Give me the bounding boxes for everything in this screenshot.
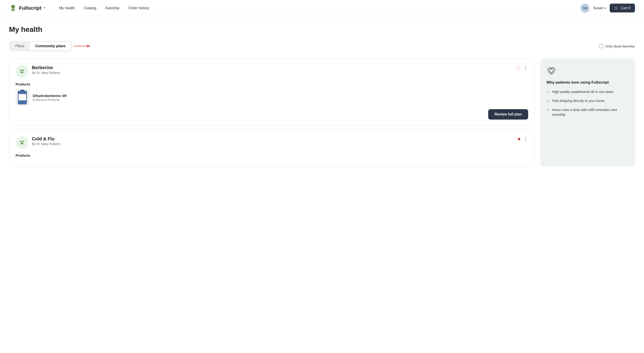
plan-info-cold-flu: Cold & Flu By Dr. Mary Roberts: [32, 136, 518, 146]
logo-tm: ™: [43, 7, 46, 10]
fullscript-logo-icon: [9, 4, 17, 12]
svg-marker-1: [87, 45, 90, 48]
product-row-dihydroberberine: Dihydroberberine SR Endurance Products: [16, 90, 528, 106]
nav-autoship[interactable]: Autoship: [106, 6, 120, 10]
nav-links: My health Catalog Autoship Order history: [59, 6, 580, 10]
benefit-text-3: Never miss a dose with refill reminders …: [552, 107, 629, 117]
benefit-item-3: ✓ Never miss a dose with refill reminder…: [546, 107, 629, 117]
tab-plans[interactable]: Plans: [10, 42, 30, 50]
benefit-text-2: Fast shipping directly to your home: [552, 98, 605, 103]
svg-point-3: [22, 69, 24, 71]
page-title: My health: [9, 25, 635, 34]
logo-text: Fullscript: [19, 5, 41, 11]
products-label-berberine: Products: [16, 82, 528, 86]
plans-list: Berberine By Dr. Mary Roberts ♡ ⋮ Produc…: [9, 59, 535, 167]
fullscript-love-icon: [546, 66, 629, 77]
plan-avatar-berberine: [16, 65, 28, 78]
nav-right: SB Susan ▾ 🛒 Cart 0: [580, 4, 635, 13]
community-plan-icon: [18, 68, 25, 75]
heart-filled-icon: ♥: [518, 136, 520, 142]
product-image-dihydroberberine: [16, 90, 29, 106]
plan-name-berberine: Berberine: [32, 65, 516, 70]
cart-button[interactable]: 🛒 Cart 0: [610, 4, 635, 13]
chevron-down-icon: ▾: [605, 7, 606, 10]
main-content: My health Plans Community plans Only sho…: [0, 16, 644, 176]
avatar: SB: [580, 4, 590, 13]
logo: Fullscript™: [9, 4, 46, 12]
benefits-list: ✓ High quality supplements all in one pl…: [546, 89, 629, 117]
navbar: Fullscript™ My health Catalog Autoship O…: [0, 0, 644, 16]
product-details-dihydroberberine: Dihydroberberine SR Endurance Products: [33, 94, 528, 102]
benefit-item-1: ✓ High quality supplements all in one pl…: [546, 89, 629, 94]
plan-footer-berberine: Review full plan: [16, 109, 528, 120]
products-label-cold-flu: Products: [16, 153, 528, 157]
benefit-item-2: ✓ Fast shipping directly to your home: [546, 98, 629, 103]
benefit-text-1: High quality supplements all in one plac…: [552, 89, 614, 94]
favorites-label[interactable]: Only show favorites: [606, 44, 635, 48]
plan-avatar-cold-flu: [16, 136, 28, 149]
tab-community-plans[interactable]: Community plans: [30, 42, 71, 50]
plan-name-cold-flu: Cold & Flu: [32, 136, 518, 141]
plan-author-cold-flu: By Dr. Mary Roberts: [32, 142, 518, 146]
plan-card-cold-flu: Cold & Flu By Dr. Mary Roberts ♥ ⋮ Produ…: [9, 130, 535, 167]
heart-outline-icon: ♡: [516, 65, 520, 71]
plan-actions-berberine: ♡ ⋮: [516, 65, 528, 71]
plan-actions-cold-flu: ♥ ⋮: [518, 136, 528, 142]
nav-order-history[interactable]: Order history: [128, 6, 149, 10]
plan-info-berberine: Berberine By Dr. Mary Roberts: [32, 65, 516, 75]
favorite-button-cold-flu[interactable]: ♥: [518, 136, 520, 142]
tabs-row: Plans Community plans Only show favorite…: [9, 41, 635, 51]
review-full-plan-button-berberine[interactable]: Review full plan: [488, 109, 528, 120]
plan-author-berberine: By Dr. Mary Roberts: [32, 71, 516, 75]
favorite-button-berberine[interactable]: ♡: [516, 65, 520, 71]
plan-header: Berberine By Dr. Mary Roberts ♡ ⋮: [16, 65, 528, 78]
product-brand-dihydroberberine: Endurance Products: [33, 98, 528, 102]
nav-my-health[interactable]: My health: [59, 6, 75, 10]
favorites-checkbox[interactable]: [599, 44, 603, 48]
checkmark-icon-1: ✓: [546, 90, 550, 94]
plan-header-cold-flu: Cold & Flu By Dr. Mary Roberts ♥ ⋮: [16, 136, 528, 149]
nav-catalog[interactable]: Catalog: [84, 6, 96, 10]
sidebar-why-fullscript: Why patients love using Fullscript ✓ Hig…: [540, 59, 635, 167]
checkmark-icon-2: ✓: [546, 99, 550, 103]
community-plan-icon-2: [18, 139, 25, 146]
svg-point-5: [20, 141, 22, 142]
content-grid: Berberine By Dr. Mary Roberts ♡ ⋮ Produc…: [9, 59, 635, 167]
tab-group: Plans Community plans: [9, 41, 72, 51]
favorites-filter: Only show favorites: [599, 44, 635, 48]
cart-label: Cart 0: [620, 6, 630, 10]
tab-arrow-indicator: [74, 43, 92, 49]
more-options-button-cold-flu[interactable]: ⋮: [523, 136, 528, 142]
product-name-dihydroberberine: Dihydroberberine SR: [33, 94, 528, 98]
more-options-button-berberine[interactable]: ⋮: [523, 65, 528, 71]
user-menu-button[interactable]: Susan ▾: [593, 6, 606, 10]
svg-point-2: [20, 69, 22, 71]
plan-card-berberine: Berberine By Dr. Mary Roberts ♡ ⋮ Produc…: [9, 59, 535, 125]
sidebar-title: Why patients love using Fullscript: [546, 80, 629, 85]
bottle-shape: [18, 91, 27, 104]
user-name: Susan: [593, 6, 603, 10]
bottle-label-shape: [18, 94, 26, 100]
cart-icon: 🛒: [614, 6, 619, 10]
svg-point-6: [22, 141, 24, 142]
checkmark-icon-3: ✓: [546, 108, 550, 112]
